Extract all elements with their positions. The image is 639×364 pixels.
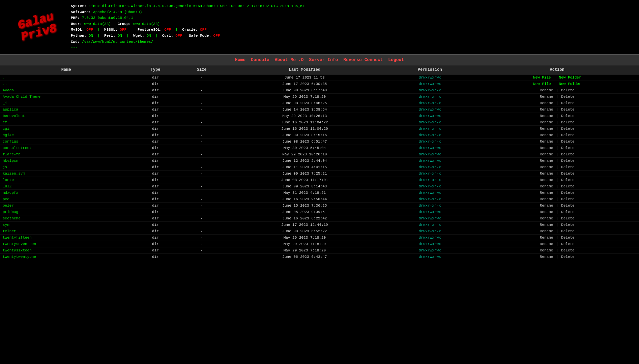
- delete-link[interactable]: Delete: [561, 127, 575, 131]
- delete-link[interactable]: Delete: [561, 95, 575, 99]
- rename-link[interactable]: Rename: [540, 108, 553, 112]
- rename-link[interactable]: Rename: [540, 127, 553, 131]
- rename-link[interactable]: Rename: [540, 223, 553, 227]
- file-action: Rename | Delete: [475, 87, 639, 93]
- file-name[interactable]: applica: [0, 106, 132, 113]
- nav-item-console[interactable]: Console: [251, 57, 269, 62]
- file-type: dir: [132, 119, 178, 125]
- file-name[interactable]: lonte: [0, 177, 132, 183]
- delete-link[interactable]: Delete: [561, 172, 575, 176]
- file-name[interactable]: twentysixteen: [0, 247, 132, 253]
- file-name[interactable]: consultstreet: [0, 145, 132, 151]
- delete-link[interactable]: Delete: [561, 88, 575, 92]
- delete-link[interactable]: Delete: [561, 101, 575, 105]
- rename-link[interactable]: Rename: [540, 204, 553, 208]
- nav-item-server-info[interactable]: Server Info: [309, 57, 338, 62]
- file-name[interactable]: kaizen_sym: [0, 170, 132, 177]
- rename-link[interactable]: Rename: [540, 159, 553, 163]
- file-name[interactable]: ..: [0, 81, 132, 87]
- rename-link[interactable]: Rename: [540, 140, 553, 144]
- rename-link[interactable]: Rename: [540, 242, 553, 246]
- rename-link[interactable]: Rename: [540, 133, 553, 137]
- rename-link[interactable]: Rename: [540, 88, 553, 92]
- file-name[interactable]: pridmag: [0, 209, 132, 215]
- rename-link[interactable]: Rename: [540, 197, 553, 201]
- rename-link[interactable]: Rename: [540, 101, 553, 105]
- rename-link[interactable]: Rename: [540, 210, 553, 214]
- file-name[interactable]: sym: [0, 221, 132, 228]
- rename-link[interactable]: Rename: [540, 152, 553, 156]
- file-name[interactable]: mdxcpfx: [0, 189, 132, 196]
- nav-item-about-me-d[interactable]: About Me :D: [275, 57, 304, 62]
- file-name[interactable]: hkvlpcm: [0, 157, 132, 164]
- file-name[interactable]: telnet: [0, 228, 132, 234]
- delete-link[interactable]: Delete: [561, 120, 575, 124]
- file-name[interactable]: benevolent: [0, 113, 132, 119]
- nav-item-home[interactable]: Home: [235, 57, 245, 62]
- file-name[interactable]: twentyseventeen: [0, 241, 132, 247]
- delete-link[interactable]: Delete: [561, 204, 575, 208]
- file-name[interactable]: .: [0, 74, 132, 81]
- file-name[interactable]: cgi: [0, 125, 132, 132]
- file-name[interactable]: _i: [0, 100, 132, 106]
- file-size: -: [179, 119, 225, 125]
- new-folder-link[interactable]: New Folder: [559, 82, 581, 86]
- file-name[interactable]: Avada: [0, 87, 132, 93]
- delete-link[interactable]: Delete: [561, 236, 575, 240]
- nav-item-reverse-connect[interactable]: Reverse Connect: [343, 57, 383, 62]
- delete-link[interactable]: Delete: [561, 146, 575, 150]
- file-name[interactable]: configs: [0, 138, 132, 145]
- rename-link[interactable]: Rename: [540, 184, 553, 188]
- rename-link[interactable]: Rename: [540, 255, 553, 259]
- file-name[interactable]: cf: [0, 119, 132, 125]
- safemode-label: Safe Mode:: [189, 34, 211, 38]
- new-folder-link[interactable]: New Folder: [559, 75, 581, 80]
- file-name[interactable]: flare-fb: [0, 151, 132, 157]
- file-name[interactable]: peler: [0, 202, 132, 209]
- delete-link[interactable]: Delete: [561, 165, 575, 169]
- file-name[interactable]: twentytwentyone: [0, 253, 132, 260]
- rename-link[interactable]: Rename: [540, 229, 553, 233]
- file-action: Rename | Delete: [475, 157, 639, 164]
- file-name[interactable]: cgi4e: [0, 132, 132, 138]
- file-name[interactable]: lulZ: [0, 183, 132, 189]
- rename-link[interactable]: Rename: [540, 165, 553, 169]
- delete-link[interactable]: Delete: [561, 159, 575, 163]
- rename-link[interactable]: Rename: [540, 172, 553, 176]
- delete-link[interactable]: Delete: [561, 242, 575, 246]
- delete-link[interactable]: Delete: [561, 178, 575, 182]
- new-file-link[interactable]: New File: [533, 75, 551, 80]
- delete-link[interactable]: Delete: [561, 248, 575, 252]
- file-name[interactable]: twentyfifteen: [0, 234, 132, 241]
- delete-link[interactable]: Delete: [561, 223, 575, 227]
- file-name[interactable]: js: [0, 164, 132, 170]
- delete-link[interactable]: Delete: [561, 191, 575, 195]
- rename-link[interactable]: Rename: [540, 191, 553, 195]
- delete-link[interactable]: Delete: [561, 216, 575, 220]
- file-name[interactable]: Avada-Child-Theme: [0, 93, 132, 100]
- rename-link[interactable]: Rename: [540, 178, 553, 182]
- delete-link[interactable]: Delete: [561, 255, 575, 259]
- file-name[interactable]: seotheme: [0, 215, 132, 221]
- file-permission: drwxr-xr-x: [384, 164, 475, 170]
- rename-link[interactable]: Rename: [540, 248, 553, 252]
- delete-link[interactable]: Delete: [561, 229, 575, 233]
- delete-link[interactable]: Delete: [561, 133, 575, 137]
- delete-link[interactable]: Delete: [561, 108, 575, 112]
- delete-link[interactable]: Delete: [561, 210, 575, 214]
- file-name[interactable]: pee: [0, 196, 132, 202]
- rename-link[interactable]: Rename: [540, 216, 553, 220]
- rename-link[interactable]: Rename: [540, 114, 553, 118]
- rename-link[interactable]: Rename: [540, 146, 553, 150]
- nav-item-logout[interactable]: Logout: [388, 57, 404, 62]
- delete-link[interactable]: Delete: [561, 152, 575, 156]
- rename-link[interactable]: Rename: [540, 120, 553, 124]
- new-file-link[interactable]: New File: [533, 82, 551, 86]
- delete-link[interactable]: Delete: [561, 197, 575, 201]
- delete-link[interactable]: Delete: [561, 184, 575, 188]
- perl-value: ON: [118, 34, 122, 38]
- delete-link[interactable]: Delete: [561, 140, 575, 144]
- rename-link[interactable]: Rename: [540, 236, 553, 240]
- rename-link[interactable]: Rename: [540, 95, 553, 99]
- delete-link[interactable]: Delete: [561, 114, 575, 118]
